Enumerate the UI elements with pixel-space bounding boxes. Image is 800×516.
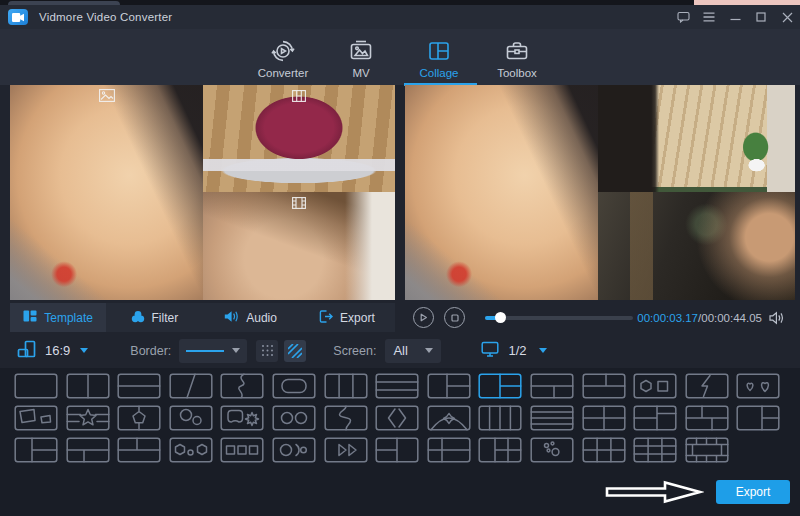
- template-option-grid-offset-b[interactable]: [685, 405, 729, 431]
- template-option-left1-right2-sm[interactable]: [736, 405, 780, 431]
- template-option-split-h[interactable]: [117, 373, 161, 399]
- template-option-split-v[interactable]: [66, 373, 110, 399]
- play-button[interactable]: [413, 307, 434, 328]
- template-option-circle-pair-eq[interactable]: [272, 405, 316, 431]
- template-option-top2-bottom1[interactable]: [582, 373, 626, 399]
- template-option-diagonal[interactable]: [169, 373, 213, 399]
- border-style-dropdown[interactable]: [179, 339, 247, 363]
- menu-icon[interactable]: [696, 5, 722, 29]
- template-option-inset-round[interactable]: [272, 373, 316, 399]
- collage-cell-girl-face[interactable]: [10, 85, 203, 300]
- collage-editor: [10, 85, 395, 300]
- template-option-cols-4[interactable]: [478, 405, 522, 431]
- template-option-hex-square[interactable]: [633, 373, 677, 399]
- volume-icon[interactable]: [769, 311, 786, 325]
- preview-cell-dark-room: [598, 192, 795, 300]
- template-icon: [23, 309, 37, 326]
- progress-handle[interactable]: [495, 312, 506, 323]
- template-option-rows-3[interactable]: [375, 373, 419, 399]
- template-option-circle-pair[interactable]: [169, 405, 213, 431]
- time-display: 00:00:03.17/00:00:44.05: [637, 312, 762, 324]
- template-option-cols-3[interactable]: [324, 373, 368, 399]
- template-option-bolt[interactable]: [685, 373, 729, 399]
- aspect-ratio-value[interactable]: 16:9: [45, 343, 70, 358]
- template-option-two-hearts[interactable]: [736, 373, 780, 399]
- template-option-arc-clover[interactable]: [427, 405, 471, 431]
- export-button[interactable]: Export: [716, 480, 790, 504]
- feedback-icon[interactable]: [670, 5, 696, 29]
- aspect-caret-icon[interactable]: [80, 348, 88, 353]
- filter-icon: [131, 310, 145, 326]
- template-option-left1-right2-c[interactable]: [14, 437, 58, 463]
- app-logo-icon: [8, 9, 28, 25]
- template-option-flag-burst[interactable]: [220, 405, 264, 431]
- maximize-button[interactable]: [748, 5, 774, 29]
- window-title: Vidmore Video Converter: [39, 11, 172, 23]
- progress-slider[interactable]: [485, 316, 633, 320]
- screen-value: All: [393, 343, 407, 358]
- tab-mv[interactable]: MV: [329, 29, 393, 85]
- template-option-angle-split[interactable]: [375, 405, 419, 431]
- template-option-top1-bottom2[interactable]: [530, 373, 574, 399]
- export-tab-icon: [319, 310, 333, 326]
- template-option-top2-bottom1-b[interactable]: [117, 437, 161, 463]
- toolbox-icon: [505, 38, 529, 64]
- mv-icon: [349, 38, 373, 64]
- border-line-sample: [186, 350, 224, 352]
- template-option-left1-right2[interactable]: [478, 373, 522, 399]
- template-option-puzzle[interactable]: [324, 405, 368, 431]
- template-option-curve[interactable]: [220, 373, 264, 399]
- tab-converter[interactable]: Converter: [251, 29, 315, 85]
- tab-toolbox[interactable]: Toolbox: [485, 29, 549, 85]
- template-option-hex-dot-hex[interactable]: [169, 437, 213, 463]
- preview-cell-door-plant: [598, 85, 795, 192]
- aspect-ratio-icon[interactable]: [17, 340, 36, 362]
- image-badge-icon: [99, 88, 115, 106]
- template-option-grid-2x3[interactable]: [582, 437, 626, 463]
- player-controls: 00:00:03.17/00:00:44.05: [405, 303, 795, 332]
- border-caret-icon: [232, 348, 240, 353]
- template-option-grid-offset-a[interactable]: [633, 405, 677, 431]
- minimize-button[interactable]: [722, 5, 748, 29]
- close-button[interactable]: [774, 5, 800, 29]
- template-option-play-2[interactable]: [324, 437, 368, 463]
- tab-filter[interactable]: Filter: [106, 303, 202, 332]
- tab-audio[interactable]: Audio: [203, 303, 299, 332]
- template-option-dots[interactable]: [530, 437, 574, 463]
- template-option-grid-2x2[interactable]: [582, 405, 626, 431]
- border-hatch-button[interactable]: [284, 340, 306, 362]
- template-option-pentagon-line[interactable]: [117, 405, 161, 431]
- app-window: Vidmore Video Converter: [0, 0, 800, 516]
- collage-cell-girl-glasses[interactable]: [203, 192, 395, 300]
- collage-toolbar: Template Filter Audio Export: [10, 303, 395, 332]
- page-caret-icon[interactable]: [539, 348, 547, 353]
- page-indicator: 1/2: [508, 343, 526, 358]
- template-option-grid-3x3[interactable]: [633, 437, 677, 463]
- template-option-star-band[interactable]: [66, 405, 110, 431]
- template-option-left1-right4[interactable]: [478, 437, 522, 463]
- collage-icon: [427, 38, 451, 64]
- template-option-rows-4[interactable]: [530, 405, 574, 431]
- stop-button[interactable]: [444, 307, 465, 328]
- template-option-squares-3[interactable]: [220, 437, 264, 463]
- film-badge-icon: [292, 195, 306, 213]
- template-option-circle-halves[interactable]: [272, 437, 316, 463]
- template-option-single[interactable]: [14, 373, 58, 399]
- template-option-left1-right2-a[interactable]: [427, 373, 471, 399]
- border-dotted-button[interactable]: [256, 340, 278, 362]
- monitor-icon: [481, 341, 499, 361]
- template-option-two-quads[interactable]: [14, 405, 58, 431]
- template-option-grid-complex[interactable]: [685, 437, 729, 463]
- settings-row: 16:9 Border: Screen: All 1/2: [0, 333, 800, 368]
- screen-dropdown[interactable]: All: [385, 339, 441, 363]
- tab-collage[interactable]: Collage: [407, 29, 471, 85]
- collage-cell-cake[interactable]: [203, 85, 395, 192]
- tab-export[interactable]: Export: [299, 303, 395, 332]
- template-option-grid-2x2-left[interactable]: [427, 437, 471, 463]
- preview-cell-girl-face: [405, 85, 598, 300]
- template-option-left2-right1[interactable]: [375, 437, 419, 463]
- template-option-top1-bottom2-b[interactable]: [66, 437, 110, 463]
- title-bar: Vidmore Video Converter: [0, 5, 800, 29]
- screen-caret-icon: [425, 348, 433, 353]
- tab-template[interactable]: Template: [10, 303, 106, 332]
